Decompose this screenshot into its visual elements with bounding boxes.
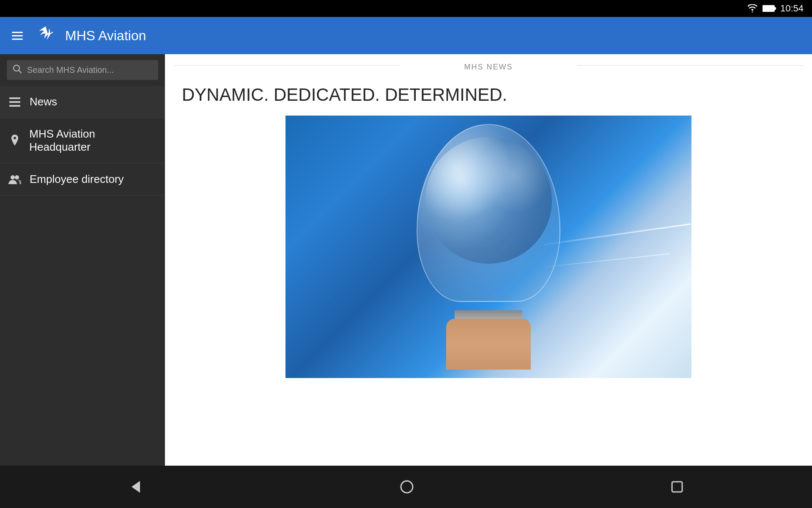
app-logo-icon xyxy=(35,25,57,47)
status-icons: 10:54 xyxy=(746,3,804,14)
app-title: MHS Aviation xyxy=(65,28,146,44)
search-box[interactable]: Search MHS Aviation... xyxy=(7,60,158,80)
home-button[interactable] xyxy=(382,475,431,499)
svg-rect-7 xyxy=(9,105,20,107)
app-container: MHS Aviation Search MHS Aviation... xyxy=(0,17,812,466)
sidebar-item-hq-label: MHS Aviation Headquarter xyxy=(29,127,156,154)
search-icon xyxy=(13,64,22,76)
sidebar-item-employees-label: Employee directory xyxy=(30,173,124,186)
content-area: MHS NEWS DYNAMIC. DEDICATED. DETERMINED. xyxy=(165,54,812,466)
svg-rect-2 xyxy=(775,7,776,10)
recent-apps-button[interactable] xyxy=(653,476,701,498)
sidebar-item-news[interactable]: News xyxy=(0,86,165,118)
sidebar: Search MHS Aviation... News xyxy=(0,54,165,466)
svg-point-9 xyxy=(15,175,19,179)
svg-rect-1 xyxy=(763,6,773,11)
news-headline: DYNAMIC. DEDICATED. DETERMINED. xyxy=(165,76,812,116)
svg-point-11 xyxy=(401,481,413,493)
hand xyxy=(446,319,531,370)
svg-rect-12 xyxy=(672,482,682,492)
bulb-glass xyxy=(417,124,560,302)
hamburger-menu-button[interactable] xyxy=(8,28,26,43)
battery-icon xyxy=(763,5,776,12)
status-time: 10:54 xyxy=(780,3,804,14)
wifi-icon xyxy=(746,4,758,13)
top-bar: MHS Aviation xyxy=(0,17,812,54)
status-bar: 10:54 xyxy=(0,0,812,17)
list-icon xyxy=(8,97,21,107)
sidebar-item-employees[interactable]: Employee directory xyxy=(0,163,165,196)
location-icon xyxy=(8,135,21,146)
svg-point-8 xyxy=(11,175,15,179)
svg-marker-10 xyxy=(132,481,140,493)
svg-rect-5 xyxy=(9,97,20,99)
main-layout: Search MHS Aviation... News xyxy=(0,54,812,466)
news-image xyxy=(285,116,691,378)
search-container: Search MHS Aviation... xyxy=(0,54,165,86)
svg-line-4 xyxy=(19,71,22,73)
people-icon xyxy=(8,175,21,184)
sidebar-item-headquarters[interactable]: MHS Aviation Headquarter xyxy=(0,118,165,163)
back-button[interactable] xyxy=(111,475,160,499)
search-input[interactable]: Search MHS Aviation... xyxy=(27,65,114,75)
bottom-navigation-bar xyxy=(0,466,812,508)
svg-rect-6 xyxy=(9,101,20,103)
bulb-illustration xyxy=(383,124,594,370)
sidebar-item-news-label: News xyxy=(30,95,57,108)
news-section-label: MHS NEWS xyxy=(165,54,812,76)
